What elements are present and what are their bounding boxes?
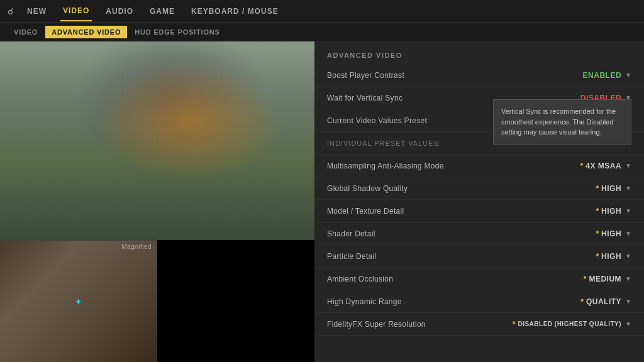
value-text-particle: HIGH — [601, 252, 621, 261]
magnified-label: Magnified — [121, 243, 152, 250]
asterisk-shader: * — [596, 229, 599, 238]
value-hdr[interactable]: * QUALITY ▼ — [531, 297, 631, 306]
chevron-icon-shader: ▼ — [625, 230, 631, 237]
label-model-texture: Model / Texture Detail — [327, 207, 404, 216]
label-boost-player-contrast: Boost Player Contrast — [327, 71, 404, 80]
subnav-advanced-video[interactable]: ADVANCED VIDEO — [45, 26, 127, 38]
label-global-shadow: Global Shadow Quality — [327, 184, 408, 193]
top-nav: ☌ NEW VIDEO AUDIO GAME KEYBOARD / MOUSE — [0, 0, 644, 23]
value-text-ambient: MEDIUM — [589, 275, 621, 283]
value-text-texture: HIGH — [601, 207, 621, 216]
nav-item-new[interactable]: NEW — [25, 2, 49, 21]
section-title: Advanced Video — [314, 49, 644, 64]
value-ambient-occlusion[interactable]: * MEDIUM ▼ — [531, 275, 631, 283]
chevron-icon-ambient: ▼ — [625, 275, 631, 282]
value-text-shader: HIGH — [601, 229, 621, 238]
sub-nav: VIDEO ADVANCED VIDEO HUD EDGE POSITIONS — [0, 23, 644, 41]
chevron-icon-shadow: ▼ — [625, 185, 631, 192]
subnav-video[interactable]: VIDEO — [8, 26, 44, 38]
label-shader-detail: Shader Detail — [327, 229, 375, 238]
value-text-hdr: QUALITY — [586, 297, 621, 306]
chevron-icon-particle: ▼ — [625, 253, 631, 260]
value-shader-detail[interactable]: * HIGH ▼ — [531, 229, 631, 238]
setting-particle-detail[interactable]: Particle Detail * HIGH ▼ — [314, 245, 644, 268]
asterisk-multisampling: * — [580, 162, 584, 170]
nav-item-keyboard-mouse[interactable]: KEYBOARD / MOUSE — [189, 2, 281, 21]
chevron-icon-texture: ▼ — [625, 207, 631, 214]
value-vertical-sync[interactable]: DISABLED ▼ — [531, 94, 631, 102]
game-bg-overlay — [0, 41, 314, 240]
value-model-texture[interactable]: * HIGH ▼ — [531, 207, 631, 216]
game-main-preview — [0, 41, 314, 240]
value-text-vsync: DISABLED — [580, 94, 621, 102]
nav-item-audio[interactable]: AUDIO — [103, 2, 136, 21]
asterisk-texture: * — [596, 207, 599, 216]
chevron-icon-vsync: ▼ — [625, 94, 631, 101]
main-layout: Magnified + Advanced Video Boost Player … — [0, 41, 644, 362]
chevron-icon-boost: ▼ — [625, 72, 631, 79]
asterisk-hdr: * — [580, 297, 584, 306]
label-particle-detail: Particle Detail — [327, 252, 377, 261]
value-fidelityfx[interactable]: * DISABLED (HIGHEST QUALITY) ▼ — [513, 320, 631, 329]
value-particle-detail[interactable]: * HIGH ▼ — [531, 252, 631, 261]
game-preview-panel: Magnified + — [0, 41, 314, 362]
setting-individual-preset: Individual Preset Values: — [314, 132, 644, 155]
value-text-multisampling: 4X MSAA — [586, 162, 621, 170]
value-text-fidelity: DISABLED (HIGHEST QUALITY) — [518, 321, 621, 327]
search-icon[interactable]: ☌ — [8, 6, 13, 16]
setting-ambient-occlusion[interactable]: Ambient Occlusion * MEDIUM ▼ — [314, 268, 644, 290]
label-hdr: High Dynamic Range — [327, 297, 402, 306]
value-global-shadow[interactable]: * HIGH ▼ — [531, 184, 631, 193]
setting-multisampling[interactable]: Multisampling Anti-Aliasing Mode * 4X MS… — [314, 155, 644, 177]
label-current-preset: Current Video Values Preset: — [327, 116, 430, 125]
chevron-icon-multisampling: ▼ — [625, 162, 631, 169]
value-text-boost: ENABLED — [583, 71, 622, 80]
setting-vertical-sync[interactable]: Wait for Vertical Sync DISABLED ▼ — [314, 87, 644, 109]
settings-panel: Advanced Video Boost Player Contrast ENA… — [314, 41, 644, 362]
setting-hdr[interactable]: High Dynamic Range * QUALITY ▼ — [314, 290, 644, 313]
asterisk-fidelity: * — [513, 320, 516, 329]
game-magnified-preview: Magnified + — [0, 240, 157, 362]
setting-current-preset: Current Video Values Preset: — [314, 109, 644, 132]
setting-boost-player-contrast[interactable]: Boost Player Contrast ENABLED ▼ — [314, 64, 644, 87]
label-individual-preset: Individual Preset Values: — [327, 140, 441, 147]
asterisk-ambient: * — [584, 275, 587, 283]
crosshair-icon: + — [75, 297, 80, 307]
label-fidelityfx: FidelityFX Super Resolution — [327, 320, 426, 329]
subnav-hud-edge[interactable]: HUD EDGE POSITIONS — [128, 26, 226, 38]
chevron-icon-fidelity: ▼ — [625, 321, 631, 327]
chevron-icon-hdr: ▼ — [625, 298, 631, 305]
setting-global-shadow[interactable]: Global Shadow Quality * HIGH ▼ — [314, 177, 644, 200]
asterisk-particle: * — [596, 252, 599, 261]
value-boost-player-contrast[interactable]: ENABLED ▼ — [531, 71, 631, 80]
value-text-shadow: HIGH — [601, 184, 621, 193]
setting-shader-detail[interactable]: Shader Detail * HIGH ▼ — [314, 222, 644, 245]
label-multisampling: Multisampling Anti-Aliasing Mode — [327, 162, 444, 170]
setting-fidelityfx[interactable]: FidelityFX Super Resolution * DISABLED (… — [314, 313, 644, 336]
value-multisampling[interactable]: * 4X MSAA ▼ — [531, 162, 631, 170]
asterisk-shadow: * — [596, 184, 599, 193]
label-vertical-sync: Wait for Vertical Sync — [327, 94, 402, 102]
label-ambient-occlusion: Ambient Occlusion — [327, 275, 393, 283]
nav-item-video[interactable]: VIDEO — [60, 1, 92, 21]
nav-item-game[interactable]: GAME — [147, 2, 177, 21]
setting-model-texture[interactable]: Model / Texture Detail * HIGH ▼ — [314, 200, 644, 222]
